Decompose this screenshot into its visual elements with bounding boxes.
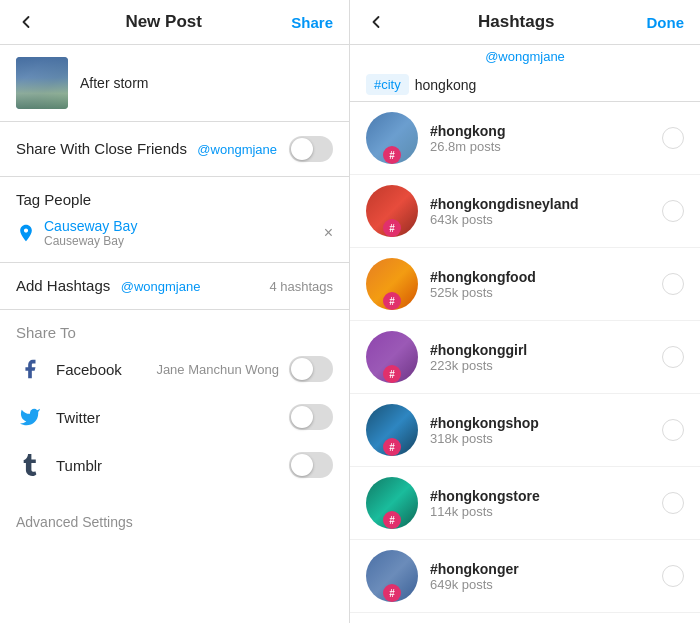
location-pin-icon <box>16 223 36 243</box>
share-with-close-friends-username: @wongmjane <box>197 142 277 157</box>
hashtag-name: #hongkonger <box>430 561 662 577</box>
hashtag-radio[interactable] <box>662 492 684 514</box>
hashtag-item[interactable]: # #hongkongshop 318k posts <box>350 394 700 467</box>
facebook-row: Facebook Jane Manchun Wong <box>16 345 333 393</box>
twitter-left: Twitter <box>16 403 100 431</box>
hashtag-item[interactable]: # #hongkong 26.8m posts <box>350 102 700 175</box>
hashtag-badge: # <box>383 292 401 310</box>
left-title: New Post <box>125 12 202 32</box>
hashtag-name: #hongkong <box>430 123 662 139</box>
advanced-settings-label[interactable]: Advanced Settings <box>16 514 133 530</box>
share-with-close-friends-label-group: Share With Close Friends @wongmjane <box>16 140 277 158</box>
advanced-settings[interactable]: Advanced Settings <box>0 497 349 531</box>
location-close-button[interactable]: × <box>324 224 333 242</box>
add-hashtags-row[interactable]: Add Hashtags @wongmjane 4 hashtags <box>0 263 349 310</box>
tumblr-label: Tumblr <box>56 457 102 474</box>
hashtag-item[interactable]: # #hongkongfood 525k posts <box>350 248 700 321</box>
hashtag-search-text: hongkong <box>415 77 477 93</box>
close-friends-toggle[interactable] <box>289 136 333 162</box>
post-preview: After storm <box>0 45 349 122</box>
hashtag-item[interactable]: # #hongkongdisneyland 643k posts <box>350 175 700 248</box>
location-left: Causeway Bay Causeway Bay <box>16 218 137 248</box>
hashtag-badge: # <box>383 584 401 602</box>
left-header: New Post Share <box>0 0 349 45</box>
hashtag-radio[interactable] <box>662 200 684 222</box>
hashtag-info: #hongkongdisneyland 643k posts <box>430 196 662 227</box>
hashtag-chip: #city <box>366 74 409 95</box>
location-info: Causeway Bay Causeway Bay <box>44 218 137 248</box>
share-button[interactable]: Share <box>291 14 333 31</box>
twitter-row: Twitter <box>16 393 333 441</box>
hashtag-item[interactable]: # #hongkonggirl 223k posts <box>350 321 700 394</box>
hashtag-info: #hongkongfood 525k posts <box>430 269 662 300</box>
hashtag-item[interactable]: # #hongkong🇭🇰 113k posts <box>350 613 700 623</box>
hashtag-avatar: # <box>366 331 418 383</box>
twitter-label: Twitter <box>56 409 100 426</box>
hashtag-info: #hongkong 26.8m posts <box>430 123 662 154</box>
location-sub: Causeway Bay <box>44 234 137 248</box>
location-name: Causeway Bay <box>44 218 137 234</box>
twitter-icon <box>16 403 44 431</box>
hashtag-avatar: # <box>366 258 418 310</box>
hashtag-badge: # <box>383 438 401 456</box>
hashtag-radio[interactable] <box>662 346 684 368</box>
hashtag-info: #hongkongstore 114k posts <box>430 488 662 519</box>
add-hashtags-label-group: Add Hashtags @wongmjane <box>16 277 200 295</box>
hashtag-info: #hongkongshop 318k posts <box>430 415 662 446</box>
add-hashtags-label: Add Hashtags <box>16 277 110 294</box>
hashtag-search-bar[interactable]: #city hongkong <box>350 68 700 102</box>
hashtag-badge: # <box>383 219 401 237</box>
hashtag-posts: 223k posts <box>430 358 662 373</box>
hashtag-item[interactable]: # #hongkonger 649k posts <box>350 540 700 613</box>
hashtags-count: 4 hashtags <box>269 279 333 294</box>
right-title: Hashtags <box>478 12 555 32</box>
hashtag-badge: # <box>383 146 401 164</box>
hashtag-badge: # <box>383 365 401 383</box>
hashtag-posts: 643k posts <box>430 212 662 227</box>
hashtag-posts: 114k posts <box>430 504 662 519</box>
hashtag-radio[interactable] <box>662 273 684 295</box>
hashtag-info: #hongkonger 649k posts <box>430 561 662 592</box>
hashtag-posts: 525k posts <box>430 285 662 300</box>
share-to-section: Share To Facebook Jane Manchun Wong <box>0 310 349 489</box>
share-to-label: Share To <box>16 324 333 341</box>
right-panel: Hashtags Done @wongmjane #city hongkong … <box>350 0 700 623</box>
facebook-left: Facebook <box>16 355 122 383</box>
hashtag-item[interactable]: # #hongkongstore 114k posts <box>350 467 700 540</box>
share-with-close-friends-row: Share With Close Friends @wongmjane <box>0 122 349 177</box>
twitter-right <box>289 404 333 430</box>
left-back-button[interactable] <box>16 12 36 32</box>
left-panel: New Post Share After storm Share With Cl… <box>0 0 350 623</box>
right-header: Hashtags Done <box>350 0 700 45</box>
hashtag-radio[interactable] <box>662 565 684 587</box>
done-button[interactable]: Done <box>647 14 685 31</box>
hashtag-name: #hongkonggirl <box>430 342 662 358</box>
post-thumbnail <box>16 57 68 109</box>
hashtag-username: @wongmjane <box>350 45 700 68</box>
tumblr-right <box>289 452 333 478</box>
hashtag-radio[interactable] <box>662 127 684 149</box>
tag-people-label: Tag People <box>16 191 333 208</box>
hashtag-name: #hongkongshop <box>430 415 662 431</box>
hashtag-avatar: # <box>366 477 418 529</box>
hashtag-name: #hongkongfood <box>430 269 662 285</box>
tumblr-row: Tumblr <box>16 441 333 489</box>
location-row: Causeway Bay Causeway Bay × <box>16 218 333 248</box>
hashtag-avatar: # <box>366 550 418 602</box>
hashtag-avatar: # <box>366 404 418 456</box>
tumblr-icon <box>16 451 44 479</box>
share-with-close-friends-label: Share With Close Friends <box>16 140 187 157</box>
facebook-user: Jane Manchun Wong <box>156 362 279 377</box>
add-hashtags-username: @wongmjane <box>121 279 201 294</box>
facebook-toggle[interactable] <box>289 356 333 382</box>
twitter-toggle[interactable] <box>289 404 333 430</box>
tumblr-left: Tumblr <box>16 451 102 479</box>
right-back-button[interactable] <box>366 12 386 32</box>
hashtag-posts: 26.8m posts <box>430 139 662 154</box>
hashtag-radio[interactable] <box>662 419 684 441</box>
hashtag-list: # #hongkong 26.8m posts # #hongkongdisne… <box>350 102 700 623</box>
tumblr-toggle[interactable] <box>289 452 333 478</box>
hashtag-posts: 318k posts <box>430 431 662 446</box>
hashtag-avatar: # <box>366 185 418 237</box>
facebook-icon <box>16 355 44 383</box>
